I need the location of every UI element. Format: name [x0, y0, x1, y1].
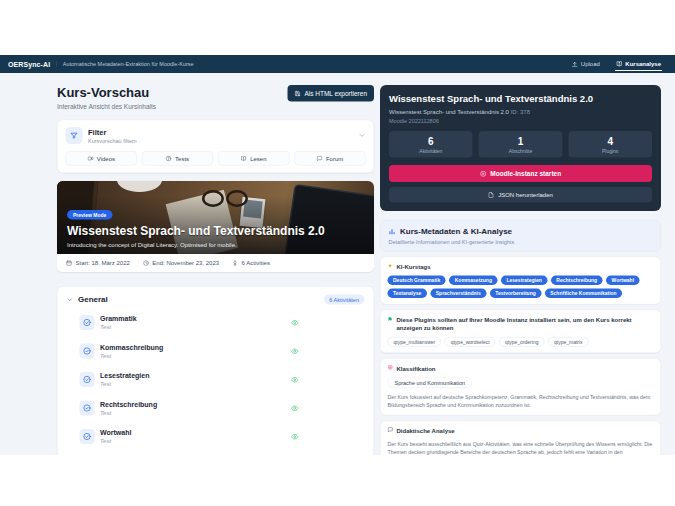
tag-pill: Lesestrategien — [501, 276, 547, 286]
activities-count: 6 Activities — [232, 260, 270, 267]
course-hero-card: Preview Mode Wissenstest Sprach- und Tex… — [57, 181, 374, 272]
metadata-subtitle: Detaillierte Informationen und KI-generi… — [389, 239, 653, 245]
activities-count-label: 6 Activities — [242, 260, 270, 267]
chevron-down-icon[interactable] — [359, 132, 366, 139]
activity-title: Rechtschreibung — [100, 400, 157, 408]
tag-pill: Schriftliche Kommunikation — [545, 289, 622, 299]
activity-row[interactable]: Rechtschreibung Test — [67, 398, 365, 419]
course-subtitle: Wissenstest Sprach- und Textverständnis … — [389, 108, 652, 115]
eye-icon[interactable] — [291, 433, 299, 441]
tag-pill: Sprachverständnis — [430, 289, 486, 299]
eye-icon[interactable] — [291, 347, 299, 355]
check-circle-icon — [80, 372, 95, 387]
nav-kursanalyse[interactable]: Kursanalyse — [615, 57, 662, 71]
end-date: End: November 23, 2023 — [143, 260, 219, 267]
clock-icon — [143, 260, 149, 266]
eye-icon[interactable] — [291, 404, 299, 412]
video-icon — [87, 155, 93, 161]
export-icon — [294, 90, 300, 96]
filter-title: Filter — [88, 128, 137, 137]
page-subtitle: Interaktive Ansicht des Kursinhalts — [57, 103, 156, 111]
activity-type: Test — [100, 381, 149, 388]
filter-lesen-button[interactable]: Lesen — [218, 151, 289, 166]
nav-links: Upload Kursanalyse — [570, 57, 662, 71]
stat-value: 4 — [568, 136, 652, 148]
ki-tags-card: KI-Kurstags Deutsch Grammatik Kommasetzu… — [380, 257, 661, 305]
start-moodle-instance-button[interactable]: Moodle-Instanz starten — [389, 165, 652, 182]
check-circle-icon — [80, 315, 95, 330]
stat-label: Aktivitäten — [389, 148, 473, 154]
nav-upload-label: Upload — [581, 61, 600, 68]
zap-icon — [388, 263, 394, 269]
activity-title: Kommaschreibung — [100, 343, 163, 351]
upload-icon — [571, 61, 578, 68]
bar-chart-icon — [389, 228, 396, 235]
plugin-pill: qtype_ordering — [499, 337, 544, 347]
hero-course-subtitle: Introducing the concept of Digital Liter… — [67, 241, 364, 248]
nav-upload[interactable]: Upload — [570, 58, 601, 71]
classification-card: Klassifikation Sprache und Kommunikation… — [380, 358, 661, 416]
download-json-button[interactable]: JSON herunterladen — [389, 187, 652, 203]
nav-kursanalyse-label: Kursanalyse — [625, 60, 661, 67]
filter-buttons: Videos Tests Lesen Forum — [66, 151, 366, 166]
activity-type: Test — [100, 438, 131, 445]
play-circle-icon — [480, 170, 487, 177]
export-label: Als HTML exportieren — [304, 90, 367, 98]
chat-icon — [316, 155, 322, 161]
main-content: Kurs-Vorschau Interaktive Ansicht des Ku… — [0, 73, 675, 455]
eye-icon[interactable] — [291, 376, 299, 384]
filter-toggle[interactable]: Filter Kursvorschau filtern — [66, 127, 366, 144]
top-navbar: OERSync-AI Automatische Metadaten-Extrak… — [0, 55, 675, 73]
metadata-title: Kurs-Metadaten & KI-Analyse — [400, 227, 512, 236]
filter-icon — [66, 127, 83, 144]
page-title: Kurs-Vorschau — [57, 85, 156, 101]
hero-course-title: Wissenstest Sprach- und Textverständnis … — [67, 224, 364, 238]
activity-type: Test — [100, 352, 163, 359]
app-window: OERSync-AI Automatische Metadaten-Extrak… — [0, 55, 675, 455]
activity-row[interactable]: Lesestrategien Test — [67, 369, 365, 390]
activity-row[interactable]: Wortwahl Test — [67, 426, 365, 447]
general-section-title: General — [78, 295, 108, 304]
calendar-icon — [66, 260, 72, 266]
start-date: Start: 18. März 2022 — [66, 260, 130, 267]
check-circle-icon — [80, 344, 95, 359]
filter-subtitle: Kursvorschau filtern — [88, 138, 137, 144]
filter-videos-label: Videos — [97, 155, 115, 162]
activities-badge: 6 Aktivitäten — [324, 295, 365, 305]
export-html-button[interactable]: Als HTML exportieren — [287, 85, 374, 102]
plugin-pill: qtype_wordselect — [445, 337, 496, 347]
stat-value: 1 — [479, 136, 563, 148]
general-section-card: General 6 Aktivitäten Grammatik Test Kom… — [57, 286, 374, 455]
activity-row[interactable]: Grammatik Test — [67, 312, 365, 333]
metadata-header-card: Kurs-Metadaten & KI-Analyse Detaillierte… — [380, 220, 661, 252]
ki-tags-list: Deutsch Grammatik Kommasetzung Lesestrat… — [388, 276, 654, 299]
stat-sections: 1 Abschnitte — [479, 131, 563, 158]
stat-activities: 6 Aktivitäten — [389, 131, 473, 158]
filter-tests-button[interactable]: Tests — [142, 151, 213, 166]
stat-value: 6 — [389, 136, 473, 148]
award-icon — [232, 260, 238, 266]
eye-icon[interactable] — [291, 319, 299, 327]
brand-logo: OERSync-AI — [8, 60, 50, 68]
stat-label: Abschnitte — [479, 148, 563, 154]
filter-tests-label: Tests — [175, 155, 189, 162]
plugin-pill: qtype_matrix — [548, 337, 589, 347]
activity-row[interactable]: Kommaschreibung Test — [67, 341, 365, 362]
target-icon — [388, 364, 394, 370]
preview-mode-badge: Preview Mode — [67, 210, 112, 220]
course-info-bar: Start: 18. März 2022 End: November 23, 2… — [57, 254, 374, 272]
screenshot-viewport: OERSync-AI Automatische Metadaten-Extrak… — [0, 0, 675, 506]
plugins-card: Diese Plugins sollten auf Ihrer Moodle I… — [380, 310, 661, 353]
plugins-list: qtype_multianswer qtype_wordselect qtype… — [388, 337, 654, 347]
general-section-toggle[interactable]: General 6 Aktivitäten — [67, 295, 365, 305]
stat-label: Plugins — [568, 148, 652, 154]
activity-title: Lesestrategien — [100, 372, 149, 380]
course-id: ID: 378 — [511, 108, 530, 115]
filter-forum-button[interactable]: Forum — [294, 151, 365, 166]
course-preview-panel: Kurs-Vorschau Interaktive Ansicht des Ku… — [57, 85, 374, 455]
activity-type: Test — [100, 324, 137, 331]
filter-videos-button[interactable]: Videos — [66, 151, 137, 166]
analysis-panel: Wissenstest Sprach- und Textverständnis … — [380, 85, 661, 455]
didactic-title: Didaktische Analyse — [397, 427, 455, 435]
plugin-pill: qtype_multianswer — [388, 337, 442, 347]
